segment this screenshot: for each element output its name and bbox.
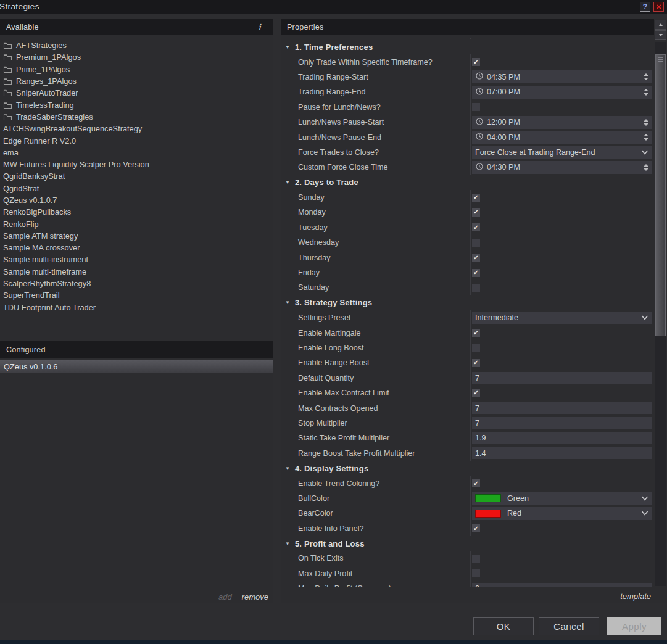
add-link[interactable]: add [218, 592, 232, 601]
property-row: Max Daily Profit [281, 566, 653, 581]
property-label: Max Contracts Opened [281, 404, 470, 413]
checkbox[interactable] [472, 555, 480, 563]
chevron-down-icon [641, 313, 648, 322]
strategy-item[interactable]: AFTStrategies [0, 39, 273, 51]
scroll-up-button[interactable] [655, 20, 666, 30]
dropdown-value: Force Close at Trading Range-End [475, 148, 641, 157]
spin-down-icon [644, 138, 648, 141]
properties-grid: ▼1. Time PreferencesOnly Trade Within Sp… [281, 38, 653, 587]
scroll-down-button[interactable] [655, 30, 666, 40]
checkbox[interactable]: ✔ [472, 223, 480, 231]
checkbox[interactable]: ✔ [472, 254, 480, 262]
strategy-item[interactable]: QZeus v0.1.0.7 [0, 194, 273, 206]
strategy-item[interactable]: QgridBanksyStrat [0, 170, 273, 182]
strategy-item[interactable]: Sample MA crossover [0, 242, 273, 254]
section-header[interactable]: ▼4. Display Settings [281, 461, 653, 476]
strategy-item[interactable]: RenkoFlip [0, 218, 273, 229]
color-dropdown[interactable]: Red [472, 507, 652, 520]
property-row: Enable Max Contract Limit✔ [281, 386, 653, 400]
spinner[interactable] [644, 134, 648, 141]
time-input[interactable]: 12:00 PM [472, 116, 652, 129]
strategy-item[interactable]: ema [0, 147, 273, 159]
property-label: Settings Preset [281, 313, 470, 322]
checkbox[interactable]: ✔ [472, 389, 480, 397]
section-header[interactable]: ▼5. Profit and Loss [281, 536, 653, 551]
checkbox[interactable] [472, 103, 480, 111]
strategy-item[interactable]: QgridStrat [0, 183, 273, 194]
spinner[interactable] [644, 164, 648, 171]
scrollbar-thumb[interactable] [655, 54, 666, 336]
checkbox[interactable] [472, 239, 480, 247]
strategy-item[interactable]: Premium_1PAlgos [0, 51, 273, 63]
configured-label: QZeus v0.1.0.6 [4, 362, 58, 371]
strategy-item[interactable]: RenkoBigPullbacks [0, 206, 273, 218]
text-input[interactable]: 7 [472, 372, 652, 384]
checkbox[interactable]: ✔ [472, 269, 480, 277]
text-input[interactable]: 1.9 [472, 432, 652, 444]
checkbox[interactable]: ✔ [472, 359, 480, 367]
spin-up-icon [644, 73, 648, 76]
spinner[interactable] [644, 119, 648, 126]
strategy-item[interactable]: Sample ATM strategy [0, 230, 273, 242]
strategy-item[interactable]: MW Futures Liquidity Scalper Pro Version [0, 159, 273, 170]
close-button[interactable]: ✕ [653, 2, 664, 12]
strategy-item[interactable]: ScalperRhythmStrategy8 [0, 278, 273, 289]
dropdown[interactable]: Intermediate [472, 312, 652, 324]
strategy-label: QZeus v0.1.0.7 [3, 196, 57, 205]
spinner[interactable] [644, 73, 648, 80]
template-link[interactable]: template [620, 592, 651, 601]
dropdown[interactable]: Force Close at Trading Range-End [472, 146, 652, 159]
scrollbar-track[interactable] [655, 42, 666, 586]
text-input[interactable]: 1.4 [472, 447, 652, 459]
scrollbar[interactable] [655, 20, 666, 586]
strategy-item[interactable]: TDU Footprint Auto Trader [0, 302, 273, 313]
grid-divider [470, 38, 471, 587]
apply-button[interactable]: Apply [607, 617, 661, 635]
strategy-label: Sample multi-instrument [3, 255, 88, 264]
checkbox[interactable] [472, 344, 480, 352]
section-header[interactable]: ▼3. Strategy Settings [281, 295, 653, 310]
color-dropdown[interactable]: Green [472, 492, 652, 505]
checkbox[interactable]: ✔ [472, 208, 480, 217]
property-label: Lunch/News Pause-Start [281, 118, 470, 126]
spinner[interactable] [644, 89, 648, 96]
section-header[interactable]: ▼2. Days to Trade [281, 175, 653, 190]
checkbox[interactable] [472, 284, 480, 292]
dropdown-value: Intermediate [475, 313, 641, 322]
strategy-item[interactable]: Edge Runner R V2.0 [0, 134, 273, 146]
section-title: 2. Days to Trade [295, 178, 358, 187]
cancel-button[interactable]: Cancel [539, 617, 599, 635]
time-input[interactable]: 04:00 PM [472, 131, 652, 144]
strategy-item[interactable]: SniperAutoTrader [0, 87, 273, 99]
strategy-item[interactable]: Prime_1PAlgos [0, 64, 273, 75]
property-label: Default Quantity [281, 374, 470, 382]
strategy-item[interactable]: TimelessTrading [0, 99, 273, 110]
strategy-item[interactable]: ATCHSwingBreakoutSequenceStrategy [0, 123, 273, 134]
configured-item[interactable]: QZeus v0.1.0.6 [0, 360, 273, 373]
text-input[interactable]: 0 [472, 583, 652, 587]
info-icon[interactable]: i [258, 22, 267, 32]
strategy-item[interactable]: Sample multi-instrument [0, 254, 273, 265]
ok-button[interactable]: OK [473, 617, 534, 635]
checkbox[interactable]: ✔ [472, 58, 480, 66]
time-input[interactable]: 04:30 PM [472, 161, 652, 174]
checkbox[interactable]: ✔ [472, 524, 480, 532]
text-input[interactable]: 7 [472, 402, 652, 414]
strategy-item[interactable]: Ranges_1PAlgos [0, 75, 273, 87]
checkbox[interactable]: ✔ [472, 479, 480, 487]
strategy-label: Prime_1PAlgos [16, 65, 70, 74]
time-input[interactable]: 04:35 PM [472, 70, 652, 83]
text-input[interactable]: 7 [472, 417, 652, 429]
checkbox[interactable]: ✔ [472, 329, 480, 337]
checkbox[interactable] [472, 569, 480, 577]
strategy-item[interactable]: Sample multi-timeframe [0, 266, 273, 278]
section-header[interactable]: ▼1. Time Preferences [281, 39, 653, 54]
remove-link[interactable]: remove [242, 592, 268, 601]
strategy-item[interactable]: TradeSaberStrategies [0, 111, 273, 123]
time-input[interactable]: 07:00 PM [472, 86, 652, 99]
strategy-item[interactable]: SuperTrendTrail [0, 289, 273, 301]
clock-icon [476, 163, 483, 172]
property-label: Trading Range-Start [281, 73, 470, 81]
help-button[interactable]: ? [640, 2, 650, 12]
checkbox[interactable]: ✔ [472, 194, 480, 202]
